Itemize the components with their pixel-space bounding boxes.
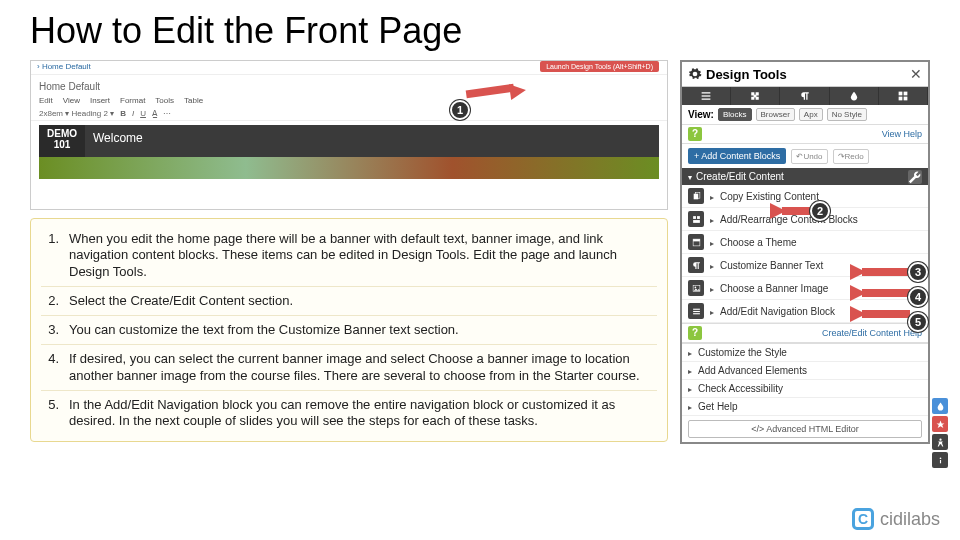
gear-icon xyxy=(688,67,702,81)
tab-list-icon[interactable] xyxy=(682,87,731,105)
instruction-steps: 1.When you edit the home page there will… xyxy=(30,218,668,442)
tab-grid-icon[interactable] xyxy=(879,87,928,105)
menu-item[interactable]: Edit xyxy=(39,96,53,105)
chevron-right-icon xyxy=(688,365,692,376)
side-icon-strip xyxy=(932,398,948,468)
blocks-icon xyxy=(688,211,704,227)
star-icon[interactable] xyxy=(932,416,948,432)
item-label: Customize the Style xyxy=(698,347,787,358)
item-add-advanced[interactable]: Add Advanced Elements xyxy=(682,362,928,380)
svg-point-20 xyxy=(939,457,941,459)
item-label: Add/Edit Navigation Block xyxy=(720,306,835,317)
info-icon[interactable] xyxy=(932,452,948,468)
svg-rect-16 xyxy=(693,308,700,309)
item-label: Choose a Banner Image xyxy=(720,283,828,294)
svg-rect-13 xyxy=(693,239,700,241)
italic-icon[interactable]: I xyxy=(132,109,134,118)
view-chip-nostyle[interactable]: No Style xyxy=(827,108,867,121)
create-edit-content-header[interactable]: Create/Edit Content xyxy=(682,168,928,185)
view-chip-apx[interactable]: Apx xyxy=(799,108,823,121)
chevron-right-icon xyxy=(710,306,714,317)
editor-toolbar[interactable]: 2x8em ▾ Heading 2 ▾ B I U A̲ ⋯ xyxy=(31,107,667,121)
step-number: 2. xyxy=(41,293,59,309)
chevron-right-icon xyxy=(710,191,714,202)
step-text: In the Add/Edit Navigation block you can… xyxy=(69,397,657,430)
bold-icon[interactable]: B xyxy=(120,109,126,118)
svg-rect-17 xyxy=(693,310,700,311)
chevron-right-icon xyxy=(710,283,714,294)
add-content-blocks-button[interactable]: + Add Content Blocks xyxy=(688,148,786,164)
help-icon[interactable]: ? xyxy=(688,326,702,340)
svg-point-15 xyxy=(694,286,696,288)
underline-icon[interactable]: U xyxy=(140,109,146,118)
callout-2: 2 xyxy=(810,201,830,221)
callout-5: 5 xyxy=(908,312,928,332)
step-text: Select the Create/Edit Content section. xyxy=(69,293,657,309)
view-chip-browser[interactable]: Browser xyxy=(756,108,795,121)
banner-welcome-text: Welcome xyxy=(85,125,659,157)
editor-screenshot: › Home Default Launch Design Tools (Alt+… xyxy=(30,60,668,210)
theme-icon xyxy=(688,234,704,250)
design-tools-panel: Design Tools ✕ View: Blocks Browser Apx … xyxy=(680,60,930,444)
item-label: Get Help xyxy=(698,401,737,412)
item-choose-theme[interactable]: Choose a Theme xyxy=(682,231,928,254)
accessibility-icon[interactable] xyxy=(932,434,948,450)
logo-mark: C xyxy=(852,508,874,530)
chevron-down-icon xyxy=(688,171,692,182)
item-label: Add Advanced Elements xyxy=(698,365,807,376)
more-icon[interactable]: ⋯ xyxy=(163,109,171,118)
menu-item[interactable]: Insert xyxy=(90,96,110,105)
wrench-icon[interactable] xyxy=(908,170,922,184)
help-icon[interactable]: ? xyxy=(688,127,702,141)
svg-rect-10 xyxy=(697,216,700,219)
step-text: If desired, you can select the current b… xyxy=(69,351,657,384)
close-icon[interactable]: ✕ xyxy=(910,66,922,82)
image-icon xyxy=(688,280,704,296)
svg-rect-21 xyxy=(939,459,940,462)
svg-rect-6 xyxy=(904,97,908,101)
launch-design-tools-button[interactable]: Launch Design Tools (Alt+Shift+D) xyxy=(540,61,659,72)
view-help-link[interactable]: View Help xyxy=(882,129,922,139)
tab-droplet-icon[interactable] xyxy=(830,87,879,105)
droplet-icon[interactable] xyxy=(932,398,948,414)
chevron-right-icon xyxy=(688,347,692,358)
menu-item[interactable]: Format xyxy=(120,96,145,105)
item-get-help[interactable]: Get Help xyxy=(682,398,928,416)
item-customize-style[interactable]: Customize the Style xyxy=(682,344,928,362)
chevron-right-icon xyxy=(688,401,692,412)
banner-preview: DEMO101 Welcome xyxy=(39,125,659,157)
svg-rect-18 xyxy=(693,313,700,314)
step-number: 3. xyxy=(41,322,59,338)
step-number: 4. xyxy=(41,351,59,384)
section-title: Create/Edit Content xyxy=(696,171,784,182)
text-color-icon[interactable]: A̲ xyxy=(152,109,157,118)
menu-item[interactable]: Table xyxy=(184,96,203,105)
svg-point-19 xyxy=(939,438,941,440)
callout-3: 3 xyxy=(908,262,928,282)
item-label: Add/Rearrange Content Blocks xyxy=(720,214,858,225)
menu-item[interactable]: Tools xyxy=(155,96,174,105)
chevron-right-icon xyxy=(710,214,714,225)
undo-button[interactable]: ↶Undo xyxy=(791,149,827,164)
redo-button[interactable]: ↷Redo xyxy=(833,149,869,164)
font-size-select[interactable]: 2x8em ▾ Heading 2 ▾ xyxy=(39,109,114,118)
item-check-accessibility[interactable]: Check Accessibility xyxy=(682,380,928,398)
tab-paragraph-icon[interactable] xyxy=(780,87,829,105)
item-copy-existing[interactable]: Copy Existing Content xyxy=(682,185,928,208)
menu-item[interactable]: View xyxy=(63,96,80,105)
chevron-right-icon xyxy=(710,260,714,271)
item-label: Customize Banner Text xyxy=(720,260,823,271)
editor-page-title: Home Default xyxy=(31,75,667,94)
view-chip-blocks[interactable]: Blocks xyxy=(718,108,752,121)
svg-rect-2 xyxy=(702,99,711,100)
banner-image-preview xyxy=(39,157,659,179)
editor-menubar[interactable]: Edit View Insert Format Tools Table xyxy=(31,94,667,107)
svg-rect-3 xyxy=(899,92,903,96)
chevron-right-icon xyxy=(688,383,692,394)
tab-puzzle-icon[interactable] xyxy=(731,87,780,105)
view-label: View: xyxy=(688,109,714,120)
item-label: Check Accessibility xyxy=(698,383,783,394)
advanced-html-editor-button[interactable]: </> Advanced HTML Editor xyxy=(688,420,922,438)
content-help-link[interactable]: Create/Edit Content Help xyxy=(822,328,922,338)
panel-tabstrip[interactable] xyxy=(682,87,928,105)
